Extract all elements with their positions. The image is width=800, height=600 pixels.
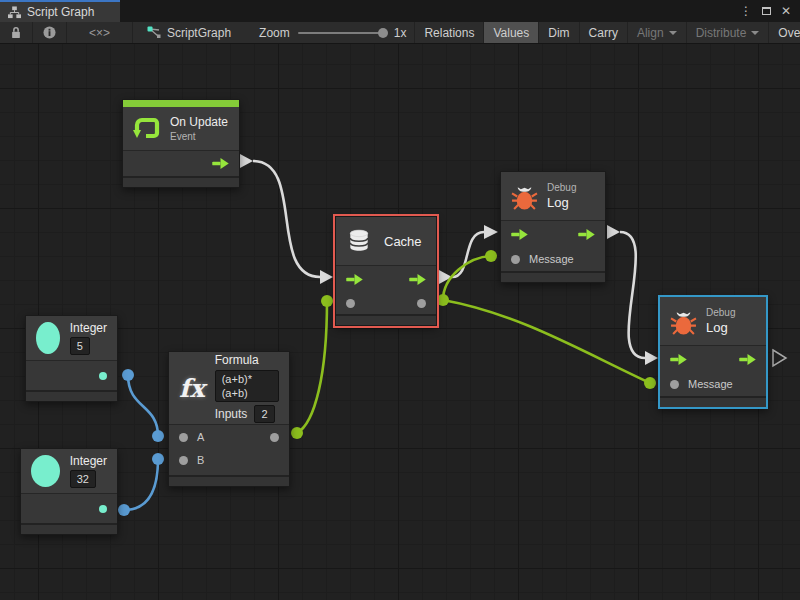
overview-button[interactable]: Overview <box>769 22 800 43</box>
flow-output-port[interactable] <box>578 229 595 240</box>
port-label-message: Message <box>529 253 574 265</box>
teal-circle-literal-icon <box>36 322 60 354</box>
node-footer <box>21 523 117 534</box>
flow-output-port[interactable] <box>739 354 756 365</box>
lock-icon <box>10 26 22 39</box>
value-wire-endpoints-blue <box>118 369 164 516</box>
zoom-label: Zoom <box>259 26 290 40</box>
value-output-port[interactable] <box>99 505 107 513</box>
message-input-port[interactable] <box>511 255 520 264</box>
formula-expression-field[interactable]: (a+b)*(a+b) <box>215 370 279 402</box>
node-subtitle: Event <box>170 131 228 142</box>
node-footer <box>660 396 766 407</box>
node-debug-log-top[interactable]: Debug Log Message <box>500 171 606 283</box>
node-header: Debug Log <box>660 297 766 345</box>
port-label-a: A <box>197 431 204 443</box>
node-footer <box>123 176 239 187</box>
wire-int5-to-a <box>128 375 158 436</box>
node-footer <box>169 475 289 486</box>
graph-reference-button[interactable]: ScriptGraph <box>133 22 241 43</box>
node-title: Cache <box>384 234 422 249</box>
unconnected-flow-port[interactable] <box>773 350 786 366</box>
info-icon <box>43 26 56 39</box>
node-header: On Update Event <box>123 107 239 150</box>
input-port-b[interactable] <box>179 456 188 465</box>
node-title: Log <box>706 320 735 335</box>
node-header: Integer 32 <box>21 449 117 493</box>
loop-event-icon <box>133 115 161 143</box>
distribute-dropdown[interactable]: Distribute <box>687 22 770 43</box>
wire-cache-to-message2 <box>443 300 650 383</box>
node-footer <box>26 390 117 401</box>
node-formula[interactable]: fx Formula (a+b)*(a+b) Inputs 2 A B <box>168 351 290 487</box>
maximize-icon[interactable] <box>758 3 774 19</box>
node-header: Integer 5 <box>26 316 117 360</box>
message-input-port[interactable] <box>670 380 679 389</box>
chevron-down-icon <box>669 31 677 35</box>
node-title: On Update <box>170 115 228 129</box>
node-title: Formula <box>215 353 279 367</box>
toolbar-right-group: Relations Values Dim Carry Align Distrib… <box>414 22 800 43</box>
value-output-port[interactable] <box>99 372 107 380</box>
code-view-button[interactable]: <×> <box>67 22 133 43</box>
inputs-count-field[interactable]: 2 <box>254 405 274 423</box>
node-integer-32[interactable]: Integer 32 <box>20 448 118 535</box>
titlebar: Script Graph ⋮ ✕ <box>0 0 800 22</box>
database-icon <box>346 228 372 254</box>
relations-button[interactable]: Relations <box>415 22 484 43</box>
input-port-a[interactable] <box>179 433 188 442</box>
node-cache[interactable]: Cache <box>335 216 437 326</box>
graph-canvas[interactable]: On Update Event Cache <box>0 44 800 600</box>
node-on-update[interactable]: On Update Event <box>122 99 240 188</box>
port-label-message: Message <box>688 378 733 390</box>
integer-value-field[interactable]: 5 <box>70 337 90 355</box>
wire-onupdate-to-cache <box>253 161 320 277</box>
dim-button[interactable]: Dim <box>539 22 579 43</box>
node-title: Log <box>547 195 576 210</box>
node-integer-5[interactable]: Integer 5 <box>25 315 118 402</box>
value-output-port[interactable] <box>270 433 279 442</box>
flow-input-port[interactable] <box>670 354 687 365</box>
value-input-port[interactable] <box>346 299 355 308</box>
event-node-accent-bar <box>123 100 239 107</box>
node-header: Debug Log <box>501 172 605 220</box>
integer-value-field[interactable]: 32 <box>70 470 96 488</box>
hierarchy-icon <box>8 6 21 19</box>
node-footer <box>501 271 605 282</box>
close-icon[interactable]: ✕ <box>778 3 794 19</box>
value-wires-blue <box>124 375 158 510</box>
node-debug-log-right[interactable]: Debug Log Message <box>658 295 768 409</box>
bug-icon <box>511 183 538 210</box>
lock-button[interactable] <box>0 22 33 43</box>
script-graph-icon <box>147 26 161 39</box>
wire-debuglog-to-debuglog2 <box>620 232 645 358</box>
zoom-slider[interactable] <box>298 32 386 34</box>
align-dropdown[interactable]: Align <box>628 22 687 43</box>
node-title: Integer <box>70 454 107 468</box>
window-controls: ⋮ ✕ <box>738 0 800 22</box>
inputs-label: Inputs <box>215 407 248 421</box>
flow-input-port[interactable] <box>511 229 528 240</box>
tab-title: Script Graph <box>27 5 94 19</box>
flow-output-port[interactable] <box>212 158 229 169</box>
node-header: Cache <box>336 217 436 265</box>
carry-button[interactable]: Carry <box>580 22 628 43</box>
zoom-slider-handle[interactable] <box>378 28 388 38</box>
zoom-value: 1x <box>394 26 407 40</box>
fx-icon: fx <box>179 376 205 401</box>
window-menu-icon[interactable]: ⋮ <box>738 3 754 19</box>
flow-output-port[interactable] <box>409 274 426 285</box>
bug-icon <box>670 308 697 335</box>
node-header: fx Formula (a+b)*(a+b) Inputs 2 <box>169 352 289 424</box>
flow-input-port[interactable] <box>346 274 363 285</box>
chevron-down-icon <box>751 31 759 35</box>
code-icon: <×> <box>89 26 110 40</box>
wire-formula-to-cache <box>297 301 327 433</box>
wire-cache-to-message1 <box>443 256 491 300</box>
value-output-port[interactable] <box>417 299 426 308</box>
port-label-b: B <box>197 454 204 466</box>
node-title: Integer <box>70 321 107 335</box>
info-button[interactable] <box>33 22 67 43</box>
tab-script-graph[interactable]: Script Graph <box>0 0 120 22</box>
values-button[interactable]: Values <box>484 22 539 43</box>
